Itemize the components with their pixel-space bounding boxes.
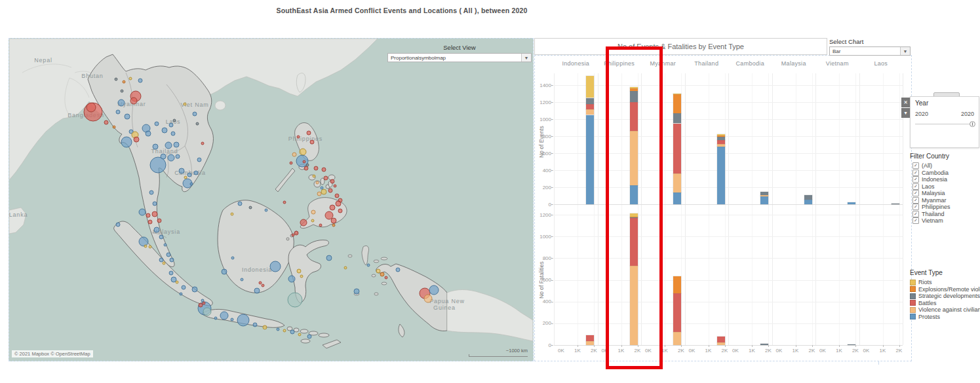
- map-bubble-riots[interactable]: [144, 245, 147, 247]
- map-bubble-violence[interactable]: [292, 153, 296, 156]
- bar-segment-violence-against-civilians[interactable]: [586, 109, 594, 115]
- map-bubble-riots[interactable]: [184, 103, 186, 105]
- map-bubble-riots[interactable]: [263, 325, 267, 329]
- filter-country-item[interactable]: ✓Myanmar: [910, 197, 980, 204]
- bar-segment-strategic-developments[interactable]: [892, 204, 899, 204]
- bar-segment-strategic-developments[interactable]: [717, 137, 725, 140]
- close-icon[interactable]: ✕: [901, 98, 910, 107]
- map-bubble-battles[interactable]: [134, 137, 139, 142]
- map-bubble-riots[interactable]: [376, 269, 380, 273]
- filter-country-item[interactable]: ✓Vietnam: [910, 217, 980, 225]
- checkbox-icon[interactable]: ✓: [912, 204, 919, 210]
- filter-country-item[interactable]: ✓Laos: [910, 183, 980, 191]
- map-bubble-protests[interactable]: [170, 258, 174, 262]
- bar-segment-strategic-developments[interactable]: [586, 98, 594, 105]
- legend-item[interactable]: Violence against civilians: [910, 306, 980, 314]
- bar-segment-battles[interactable]: [586, 104, 594, 109]
- map-bubble-protests[interactable]: [220, 312, 228, 319]
- bar-segment-violence-against-civilians[interactable]: [586, 341, 594, 345]
- map-bubble-strategic[interactable]: [115, 78, 117, 81]
- map-bubble-strategic[interactable]: [121, 90, 123, 92]
- map-bubble-teal[interactable]: [288, 293, 302, 307]
- map-bubble-protests[interactable]: [116, 110, 120, 114]
- bar-segment-violence-against-civilians[interactable]: [717, 144, 725, 146]
- map-bubble-explosions[interactable]: [380, 272, 384, 276]
- bar-segment-battles[interactable]: [586, 335, 594, 341]
- map-bubble-battles[interactable]: [294, 231, 298, 235]
- year-slider-handle[interactable]: [970, 121, 975, 127]
- legend-item[interactable]: Explosions/Remote violen...: [910, 286, 980, 293]
- map-bubble-battles[interactable]: [338, 209, 342, 213]
- map-bubble-battles[interactable]: [330, 179, 334, 183]
- map-bubble-riots[interactable]: [344, 266, 347, 269]
- chevron-down-icon[interactable]: ▾: [901, 108, 910, 118]
- map-bubble-battles[interactable]: [148, 220, 152, 224]
- map-bubble-battles[interactable]: [300, 219, 307, 226]
- map-bubble-riots[interactable]: [300, 275, 303, 278]
- map-bubble-protests[interactable]: [164, 244, 167, 246]
- map-bubble-battles[interactable]: [157, 219, 161, 223]
- map-bubble-battles[interactable]: [331, 218, 336, 223]
- map-bubble-protests[interactable]: [192, 287, 197, 292]
- map-panel[interactable]: NepalBhutanBangladeshMyanmarLaosViet Nam…: [9, 38, 534, 361]
- checkbox-icon[interactable]: ✓: [912, 197, 919, 204]
- map-bubble-protests[interactable]: [238, 202, 242, 206]
- map-bubble-battles[interactable]: [104, 120, 108, 124]
- bar-segment-violence-against-civilians[interactable]: [760, 195, 768, 196]
- map-bubble-protests[interactable]: [149, 191, 153, 194]
- map-bubble-protests[interactable]: [171, 277, 176, 282]
- map-bubble-battles[interactable]: [385, 276, 387, 279]
- checkbox-icon[interactable]: ✓: [912, 217, 919, 224]
- map-bubble-strategic[interactable]: [196, 122, 199, 125]
- map-bubble-teal[interactable]: [203, 308, 211, 316]
- legend-item[interactable]: Battles: [910, 300, 980, 307]
- map-bubble-riots[interactable]: [313, 175, 315, 177]
- map-bubble-protests[interactable]: [429, 285, 439, 295]
- map-bubble-explosions[interactable]: [113, 126, 115, 128]
- map-bubble-protests[interactable]: [139, 237, 148, 246]
- map-bubble-battles[interactable]: [87, 103, 96, 112]
- filter-country-item[interactable]: ✓(All): [910, 162, 980, 170]
- map-bubble-protests[interactable]: [197, 158, 201, 162]
- map-bubble-riots[interactable]: [321, 189, 326, 194]
- filter-country-item[interactable]: ✓Cambodia: [910, 170, 980, 177]
- bar-segment-battles[interactable]: [630, 218, 638, 266]
- map-bubble-protests[interactable]: [277, 328, 279, 331]
- chevron-down-icon[interactable]: ▼: [900, 47, 910, 55]
- map-bubble-explosions[interactable]: [123, 81, 125, 83]
- bar-segment-battles[interactable]: [630, 102, 638, 131]
- map-bubble-protests[interactable]: [146, 131, 151, 136]
- map-bubble-protests[interactable]: [237, 314, 249, 326]
- map-bubble-battles[interactable]: [314, 166, 318, 170]
- map-bubble-protests[interactable]: [187, 173, 191, 177]
- map-bubble-battles[interactable]: [201, 142, 204, 145]
- year-slider-track[interactable]: [915, 124, 974, 124]
- map-bubble-strategic[interactable]: [249, 206, 252, 209]
- map-bubble-violence[interactable]: [316, 181, 319, 184]
- map-bubble-protests[interactable]: [321, 187, 323, 189]
- bar-segment-riots[interactable]: [630, 87, 638, 89]
- map-bubble-riots[interactable]: [297, 269, 301, 273]
- map-bubble-violence[interactable]: [311, 210, 315, 214]
- map-bubble-strategic[interactable]: [306, 164, 309, 166]
- bar-segment-strategic-developments[interactable]: [630, 91, 638, 102]
- bar-segment-strategic-developments[interactable]: [630, 217, 638, 218]
- map-bubble-protests[interactable]: [139, 209, 146, 215]
- map-bubble-battles[interactable]: [152, 211, 157, 217]
- checkbox-icon[interactable]: ✓: [912, 211, 919, 217]
- map-bubble-protests[interactable]: [179, 168, 184, 173]
- map-bubble-battles[interactable]: [259, 282, 262, 284]
- filter-country-item[interactable]: ✓Thailand: [910, 211, 980, 218]
- legend-item[interactable]: Riots: [910, 279, 980, 286]
- map-bubble-riots[interactable]: [311, 219, 314, 222]
- map-bubble-battles[interactable]: [336, 201, 341, 206]
- map-bubble-protests[interactable]: [354, 289, 359, 294]
- map-bubble-protests[interactable]: [326, 255, 332, 261]
- map-bubble-protests[interactable]: [125, 114, 130, 119]
- bar-segment-protests[interactable]: [848, 202, 855, 204]
- map-bubble-riots[interactable]: [163, 262, 165, 264]
- filter-country-item[interactable]: ✓Philippines: [910, 204, 980, 211]
- map-bubble-protests[interactable]: [154, 227, 159, 232]
- chevron-down-icon[interactable]: ▼: [521, 54, 531, 62]
- map-bubble-protests[interactable]: [265, 209, 267, 211]
